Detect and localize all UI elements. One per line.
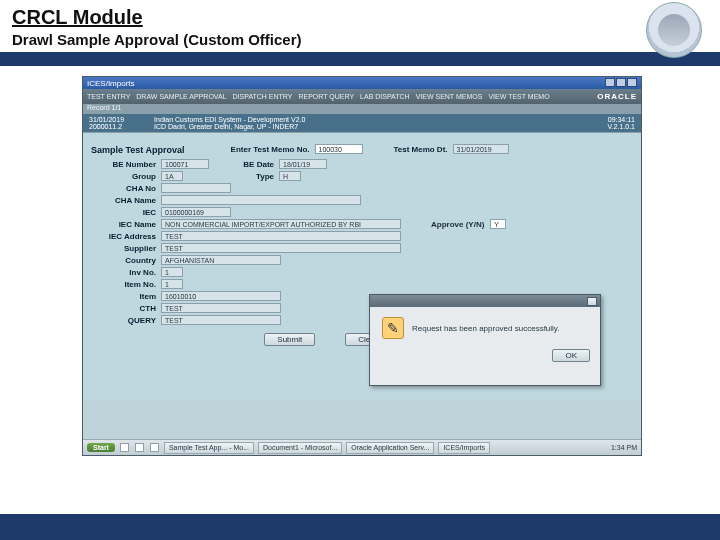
type-label: Type bbox=[229, 172, 279, 181]
country-label: Country bbox=[91, 256, 161, 265]
invno-label: Inv No. bbox=[91, 268, 161, 277]
approve-field[interactable]: Y bbox=[490, 219, 506, 229]
cbec-emblem bbox=[646, 2, 706, 62]
tray-icon[interactable] bbox=[120, 443, 129, 452]
cha-no-label: CHA No bbox=[91, 184, 161, 193]
form-area: Sample Test Approval Enter Test Memo No.… bbox=[83, 132, 641, 400]
item-label: Item bbox=[91, 292, 161, 301]
iec-field[interactable]: 0100000169 bbox=[161, 207, 231, 217]
itemno-label: Item No. bbox=[91, 280, 161, 289]
slide-subtitle: Drawl Sample Approval (Custom Officer) bbox=[12, 31, 708, 48]
menu-view-sent-memos[interactable]: VIEW SENT MEMOS bbox=[416, 93, 483, 100]
app-window: ICES/Imports TEST ENTRY DRAW SAMPLE APPR… bbox=[82, 76, 642, 456]
menu-test-entry[interactable]: TEST ENTRY bbox=[87, 93, 130, 100]
info-location: ICD Dadri, Greater Delhi, Nagar, UP - IN… bbox=[154, 123, 305, 130]
info-icon: ✎ bbox=[382, 317, 404, 339]
iec-name-field: NON COMMERCIAL IMPORT/EXPORT AUTHORIZED … bbox=[161, 219, 401, 229]
info-strip: 31/01/2019 2000011.2 Indian Customs EDI … bbox=[83, 114, 641, 132]
supplier-field: TEST bbox=[161, 243, 401, 253]
cth-label: CTH bbox=[91, 304, 161, 313]
submit-button[interactable]: Submit bbox=[264, 333, 315, 346]
query-label: QUERY bbox=[91, 316, 161, 325]
group-label: Group bbox=[91, 172, 161, 181]
dialog-message: Request has been approved successfully. bbox=[412, 324, 560, 333]
supplier-label: Supplier bbox=[91, 244, 161, 253]
iec-label: IEC bbox=[91, 208, 161, 217]
taskbar-item[interactable]: Oracle Application Serv... bbox=[346, 442, 434, 454]
info-version: V.2.1.0.1 bbox=[608, 123, 635, 130]
taskbar-item[interactable]: ICES/Imports bbox=[438, 442, 490, 454]
cth-field: TEST bbox=[161, 303, 281, 313]
section-heading: Sample Test Approval bbox=[91, 145, 185, 155]
country-field: AFGHANISTAN bbox=[161, 255, 281, 265]
group-field[interactable]: 1A bbox=[161, 171, 183, 181]
info-date: 31/01/2019 bbox=[89, 116, 124, 123]
success-dialog: ✎ Request has been approved successfully… bbox=[369, 294, 601, 386]
iec-addr-label: IEC Address bbox=[91, 232, 161, 241]
window-controls[interactable] bbox=[604, 78, 637, 89]
tray-icon[interactable] bbox=[135, 443, 144, 452]
menu-dispatch-entry[interactable]: DISPATCH ENTRY bbox=[233, 93, 293, 100]
iec-addr-field: TEST bbox=[161, 231, 401, 241]
info-site-code: 2000011.2 bbox=[89, 123, 124, 130]
record-status-bar: Record 1/1 bbox=[83, 104, 641, 114]
menu-draw-sample-approval[interactable]: DRAW SAMPLE APPROVAL bbox=[136, 93, 226, 100]
be-number-label: BE Number bbox=[91, 160, 161, 169]
window-titlebar: ICES/Imports bbox=[83, 77, 641, 89]
taskbar-clock: 1:34 PM bbox=[611, 444, 637, 451]
taskbar-item[interactable]: Sample Test App... - Mo... bbox=[164, 442, 254, 454]
menu-lab-dispatch[interactable]: LAB DISPATCH bbox=[360, 93, 410, 100]
taskbar-item[interactable]: Document1 - Microsof... bbox=[258, 442, 342, 454]
info-time: 09:34:11 bbox=[608, 116, 635, 123]
cha-name-label: CHA Name bbox=[91, 196, 161, 205]
cha-name-field[interactable] bbox=[161, 195, 361, 205]
header-divider bbox=[0, 52, 720, 66]
dialog-titlebar bbox=[370, 295, 600, 307]
be-number-field[interactable]: 100071 bbox=[161, 159, 209, 169]
memo-no-field[interactable]: 100030 bbox=[315, 144, 363, 154]
footer-bar bbox=[0, 514, 720, 540]
memo-dt-field: 31/01/2019 bbox=[453, 144, 509, 154]
menu-view-test-memo[interactable]: VIEW TEST MEMO bbox=[488, 93, 549, 100]
window-title: ICES/Imports bbox=[87, 79, 135, 88]
query-field[interactable]: TEST bbox=[161, 315, 281, 325]
dialog-close-icon[interactable] bbox=[587, 297, 597, 306]
slide-title: CRCL Module bbox=[12, 6, 708, 29]
approve-label: Approve (Y/N) bbox=[431, 220, 484, 229]
start-button[interactable]: Start bbox=[87, 443, 115, 452]
itemno-field[interactable]: 1 bbox=[161, 279, 183, 289]
tray-icon[interactable] bbox=[150, 443, 159, 452]
windows-taskbar[interactable]: Start Sample Test App... - Mo... Documen… bbox=[83, 439, 641, 455]
type-field[interactable]: H bbox=[279, 171, 301, 181]
memo-no-label: Enter Test Memo No. bbox=[215, 145, 315, 154]
invno-field[interactable]: 1 bbox=[161, 267, 183, 277]
be-date-field: 18/01/19 bbox=[279, 159, 327, 169]
menu-report-query[interactable]: REPORT QUERY bbox=[298, 93, 354, 100]
item-field: 16010010 bbox=[161, 291, 281, 301]
oracle-brand: ORACLE bbox=[597, 92, 637, 101]
info-system: Indian Customs EDI System - Development … bbox=[154, 116, 305, 123]
dialog-ok-button[interactable]: OK bbox=[552, 349, 590, 362]
memo-dt-label: Test Memo Dt. bbox=[383, 145, 453, 154]
be-date-label: BE Date bbox=[229, 160, 279, 169]
cha-no-field[interactable] bbox=[161, 183, 231, 193]
iec-name-label: IEC Name bbox=[91, 220, 161, 229]
main-menu[interactable]: TEST ENTRY DRAW SAMPLE APPROVAL DISPATCH… bbox=[83, 89, 641, 104]
